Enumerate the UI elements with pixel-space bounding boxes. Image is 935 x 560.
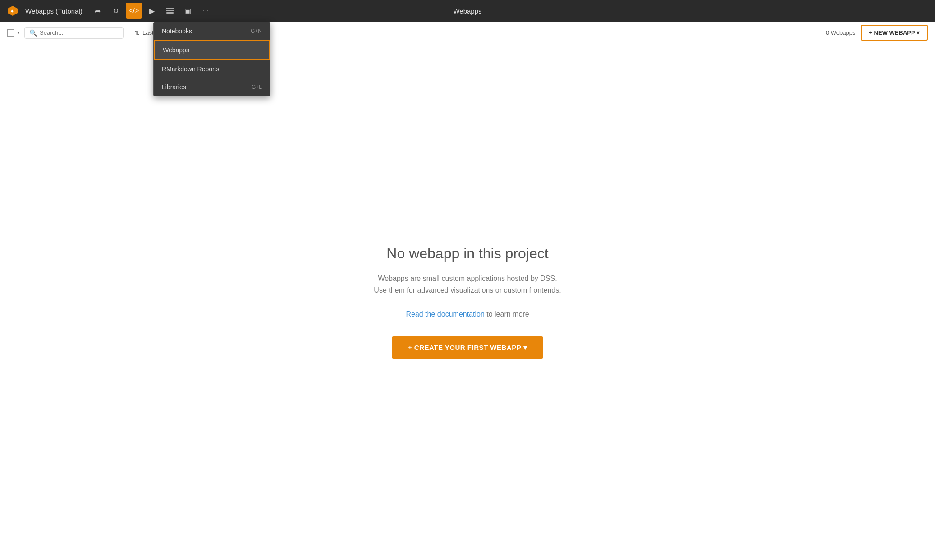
empty-desc-line1: Webapps are small custom applications ho… bbox=[378, 275, 557, 282]
svg-rect-3 bbox=[166, 10, 174, 11]
select-chevron[interactable]: ▾ bbox=[16, 29, 21, 37]
center-title: Webapps bbox=[453, 7, 481, 15]
share-button[interactable]: ➦ bbox=[90, 3, 106, 19]
sort-icon: ⇅ bbox=[134, 29, 140, 37]
search-input[interactable] bbox=[40, 29, 119, 36]
empty-state-title: No webapp in this project bbox=[386, 245, 548, 262]
new-webapp-button[interactable]: + NEW WEBAPP ▾ bbox=[861, 25, 928, 41]
read-more-suffix: to learn more bbox=[485, 310, 529, 318]
select-all-wrapper: ▾ bbox=[7, 29, 21, 37]
read-more-paragraph: Read the documentation to learn more bbox=[406, 308, 529, 320]
refresh-button[interactable]: ↻ bbox=[108, 3, 124, 19]
more-button[interactable]: ··· bbox=[198, 3, 214, 19]
empty-desc-line2: Use them for advanced visualizations or … bbox=[374, 286, 561, 294]
create-first-webapp-button[interactable]: + CREATE YOUR FIRST WEBAPP ▾ bbox=[392, 336, 543, 359]
topbar: ✦ Webapps (Tutorial) ➦ ↻ </> ▶ ▣ ··· Web… bbox=[0, 0, 935, 22]
dropdown-item-notebooks[interactable]: Notebooks G+N bbox=[154, 22, 270, 40]
monitor-button[interactable]: ▣ bbox=[180, 3, 196, 19]
svg-rect-4 bbox=[166, 12, 174, 14]
main-content: No webapp in this project Webapps are sm… bbox=[0, 44, 935, 560]
empty-state-description: Webapps are small custom applications ho… bbox=[374, 273, 561, 296]
type-dropdown-menu: Notebooks G+N Webapps RMarkdown Reports … bbox=[153, 22, 270, 96]
deploy-button[interactable] bbox=[162, 3, 178, 19]
dss-logo: ✦ bbox=[5, 4, 20, 18]
toolbar-right: 0 Webapps + NEW WEBAPP ▾ bbox=[826, 25, 928, 41]
read-more-link[interactable]: Read the documentation bbox=[406, 310, 484, 318]
svg-rect-2 bbox=[166, 8, 174, 9]
webapp-count: 0 Webapps bbox=[826, 29, 856, 36]
project-title: Webapps (Tutorial) bbox=[25, 7, 82, 15]
dropdown-item-libraries[interactable]: Libraries G+L bbox=[154, 78, 270, 96]
code-button[interactable]: </> bbox=[126, 3, 142, 19]
select-all-checkbox[interactable] bbox=[7, 29, 14, 37]
run-button[interactable]: ▶ bbox=[144, 3, 160, 19]
search-wrapper: 🔍 bbox=[24, 27, 124, 39]
dropdown-item-rmarkdown[interactable]: RMarkdown Reports bbox=[154, 60, 270, 78]
toolbar: ▾ 🔍 ⇅ Last modified ▾ Tags ▾ 0 Webapps +… bbox=[0, 22, 935, 44]
search-icon: 🔍 bbox=[29, 29, 37, 37]
svg-text:✦: ✦ bbox=[10, 9, 14, 14]
dropdown-item-webapps[interactable]: Webapps bbox=[154, 40, 270, 60]
